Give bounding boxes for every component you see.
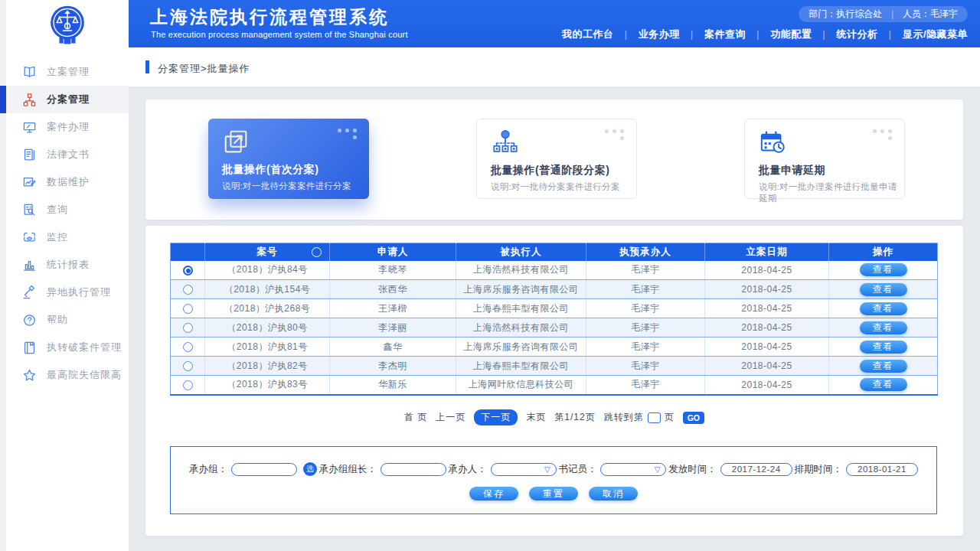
view-button[interactable]: 查看 <box>860 321 907 334</box>
calendar-clock-icon <box>759 129 788 158</box>
sidebar-item[interactable]: 帮助 <box>6 306 129 334</box>
view-button[interactable]: 查看 <box>860 360 907 373</box>
more-options-icon[interactable] <box>338 129 358 140</box>
handler-label: 承办人： <box>449 463 487 476</box>
nav-item[interactable]: 功能配置 <box>770 28 812 41</box>
filing-date-cell: 2018-04-25 <box>705 280 829 299</box>
action-cell: 查看 <box>829 337 938 357</box>
row-radio[interactable] <box>183 342 193 352</box>
view-button[interactable]: 查看 <box>860 263 907 276</box>
sidebar-item[interactable]: 查询 <box>6 196 129 223</box>
nav-item[interactable]: 我的工作台 <box>562 28 614 41</box>
sidebar-item[interactable]: 分案管理 <box>6 86 129 113</box>
batch-action-card[interactable]: 批量操作(普通阶段分案)说明:对一批待分案案件进行分案 <box>476 119 637 199</box>
select-all-header <box>171 243 205 261</box>
pagination: 首 页 上一页 下一页 末页 第1/12页 跳转到第 页 GO <box>145 409 963 425</box>
select-all-radio[interactable] <box>312 247 322 257</box>
schedule-date-field[interactable]: 2018-01-21 <box>846 463 918 476</box>
sidebar-menu: 立案管理分案管理案件办理法律文书数据维护查询监控统计报表异地执行管理帮助执转破案… <box>6 51 129 389</box>
nav-item[interactable]: 显示/隐藏菜单 <box>903 28 968 41</box>
row-radio[interactable] <box>183 266 193 276</box>
filing-date-cell: 2018-04-25 <box>705 299 829 318</box>
batch-action-card[interactable]: 批量操作(首次分案)说明:对一批待分案案件进行分案 <box>208 119 369 199</box>
schedule-date-label: 排期时间： <box>794 463 842 476</box>
issue-date-label: 发放时间： <box>668 463 717 476</box>
dropdown-icon: ▽ <box>655 465 661 474</box>
batch-first-icon <box>222 128 251 157</box>
app-header: 上海法院执行流程管理系统 The execution process manag… <box>129 0 980 47</box>
dropdown-icon: ▽ <box>544 465 550 474</box>
pagination-first-button[interactable]: 首 页 <box>404 411 427 424</box>
filing-date-cell: 2018-04-25 <box>705 318 829 337</box>
monitor-eye-icon <box>22 230 37 245</box>
row-radio[interactable] <box>183 323 193 333</box>
sidebar-item-label: 立案管理 <box>47 65 90 79</box>
pagination-jump-suffix: 页 <box>665 411 675 424</box>
sidebar-item[interactable]: 立案管理 <box>6 58 129 86</box>
sidebar-item[interactable]: 数据维护 <box>6 168 129 196</box>
group-leader-field-group: 承办组组长： <box>319 463 446 476</box>
pick-group-button[interactable]: 选 <box>303 462 317 476</box>
cancel-button[interactable]: 取消 <box>589 487 638 500</box>
save-button[interactable]: 保存 <box>469 487 518 500</box>
search-doc-icon <box>22 203 37 217</box>
view-button[interactable]: 查看 <box>860 302 907 315</box>
nav-item[interactable]: 案件查询 <box>704 28 746 41</box>
filing-date-cell: 2018-04-25 <box>705 376 829 395</box>
nav-separator: ｜ <box>688 28 697 41</box>
filing-date-cell: 2018-04-25 <box>705 357 829 376</box>
handling-group-input[interactable] <box>231 463 297 476</box>
group-leader-input[interactable] <box>381 463 446 476</box>
table-row: （2018）沪执84号李晓琴上海浩然科技有限公司毛泽宇2018-04-25查看 <box>171 261 938 280</box>
card-description: 说明:对一批待分案案件进行分案 <box>491 181 620 193</box>
group-leader-label: 承办组组长： <box>319 463 377 476</box>
view-button[interactable]: 查看 <box>860 341 907 354</box>
row-radio[interactable] <box>183 380 193 390</box>
go-button[interactable]: GO <box>683 412 704 424</box>
data-chart-icon <box>22 175 37 190</box>
sidebar-item[interactable]: 异地执行管理 <box>6 279 129 306</box>
action-cell: 查看 <box>829 261 938 280</box>
more-options-icon[interactable] <box>873 129 893 141</box>
sidebar-item[interactable]: 执转破案件管理 <box>6 334 129 361</box>
row-radio[interactable] <box>183 361 193 371</box>
sidebar-item[interactable]: 最高院失信限高 <box>6 361 129 389</box>
clerk-select[interactable]: ▽ <box>600 463 666 476</box>
pagination-last-button[interactable]: 末页 <box>526 411 546 424</box>
handling-group-field-group: 承办组： 选 <box>189 462 317 476</box>
view-button[interactable]: 查看 <box>860 378 907 391</box>
batch-action-card[interactable]: 批量申请延期说明:对一批办理案件进行批量申请延期 <box>744 119 905 199</box>
reset-button[interactable]: 重置 <box>529 487 578 500</box>
batch-action-cards-panel: 批量操作(首次分案)说明:对一批待分案案件进行分案批量操作(普通阶段分案)说明:… <box>145 99 963 220</box>
applicant-cell: 王泽楷 <box>330 299 456 318</box>
nav-item[interactable]: 统计分析 <box>837 28 878 41</box>
nav-item[interactable]: 业务办理 <box>639 28 680 41</box>
row-radio[interactable] <box>183 304 193 314</box>
filing-date-cell: 2018-04-25 <box>705 261 829 280</box>
page-jump-input[interactable] <box>648 412 661 423</box>
view-button[interactable]: 查看 <box>860 283 907 296</box>
sidebar-item-label: 监控 <box>47 230 68 244</box>
sidebar-item[interactable]: 监控 <box>6 223 129 251</box>
row-radio[interactable] <box>183 285 193 295</box>
handler-cell: 毛泽宇 <box>586 337 705 357</box>
case-table-body: （2018）沪执84号李晓琴上海浩然科技有限公司毛泽宇2018-04-25查看（… <box>171 261 938 395</box>
select-cell <box>171 337 205 357</box>
handler-select[interactable]: ▽ <box>491 463 557 476</box>
case-number-cell: （2018）沪执84号 <box>205 261 330 280</box>
sidebar-item[interactable]: 统计报表 <box>6 251 129 279</box>
legal-document-icon <box>22 148 37 162</box>
pagination-next-button[interactable]: 下一页 <box>474 409 518 425</box>
more-options-icon[interactable] <box>605 129 625 141</box>
pill-separator: ｜ <box>888 8 897 20</box>
case-number-cell: （2018）沪执268号 <box>205 299 330 318</box>
handler-cell: 毛泽宇 <box>586 261 705 280</box>
action-cell: 查看 <box>829 376 938 395</box>
sidebar-item[interactable]: 法律文书 <box>6 141 129 168</box>
sidebar-item[interactable]: 案件办理 <box>6 113 129 141</box>
handler-cell: 毛泽宇 <box>586 299 705 318</box>
pagination-prev-button[interactable]: 上一页 <box>436 411 466 424</box>
respondent-cell: 上海春熙丰型有限公司 <box>456 299 586 318</box>
issue-date-field[interactable]: 2017-12-24 <box>720 463 792 476</box>
court-emblem <box>6 0 129 51</box>
